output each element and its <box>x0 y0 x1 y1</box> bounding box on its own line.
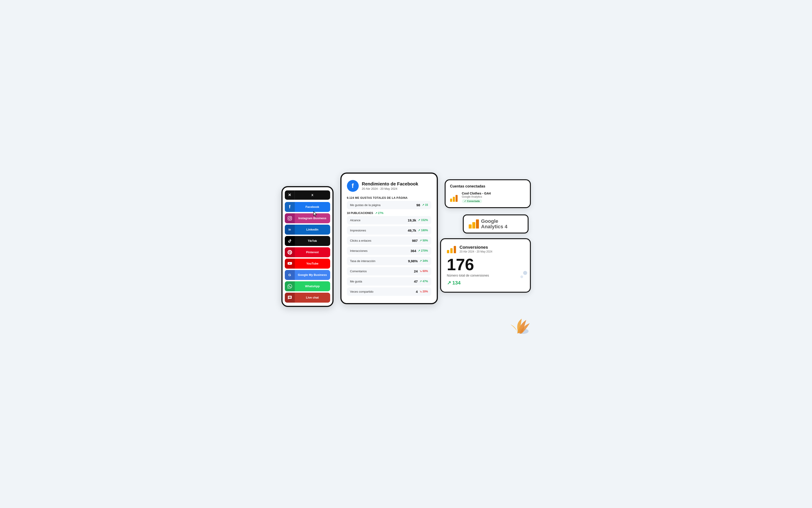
metric-comentarios-change: ↘ 60% <box>419 269 428 273</box>
metric-megusta-label: Me gusta <box>350 280 414 283</box>
connected-accounts-card: Cuentas conectadas Cool Clothes - GA4 Go… <box>445 179 531 208</box>
metric-impresiones-value: 49,7k <box>408 228 416 232</box>
metric-comentarios-value: 24 <box>414 269 418 273</box>
conv-big-number: 176 <box>447 256 524 273</box>
fb-card-header: f Rendimiento de Facebook 20 Abr 2024 - … <box>347 180 431 192</box>
conv-subtitle: Número total de conversiones <box>447 273 524 277</box>
fb-card-title: Rendimiento de Facebook <box>362 181 418 186</box>
metric-compartido-value: 4 <box>416 290 418 294</box>
conv-card-header: Conversiones 20 Abr 2024 - 20 May 2024 <box>447 244 524 254</box>
ga4-logo-text: Google Analytics 4 <box>481 218 508 229</box>
metric-compartido-change: ↘ 20% <box>419 290 428 293</box>
svg-point-2 <box>290 217 291 217</box>
metric-clicks-change: ↗ 50% <box>419 239 428 242</box>
channel-pinterest[interactable]: Pinterest <box>285 247 330 257</box>
publications-change: ↗ 27% <box>375 211 383 215</box>
metric-interacciones-change: ↗ 270% <box>418 249 428 252</box>
whatsapp-label: WhatsApp <box>295 281 330 291</box>
metric-impresiones: Impresiones 49,7k ↗ 180% <box>347 226 431 235</box>
linkedin-label: LinkedIn <box>295 225 330 235</box>
decorative-plant <box>503 306 531 336</box>
fb-logo-icon: f <box>347 180 359 192</box>
page-likes-row: Me gustas de la página 98 ↗ 15 <box>347 201 431 209</box>
x-label: X <box>295 190 330 200</box>
bubble-2 <box>520 276 523 278</box>
gmb-icon: G <box>285 270 295 280</box>
facebook-performance-card: f Rendimiento de Facebook 20 Abr 2024 - … <box>340 172 438 304</box>
metric-alcance-change: ↗ 152% <box>418 218 428 222</box>
metric-megusta-value: 47 <box>414 280 418 283</box>
conv-date: 20 Abr 2024 - 20 May 2024 <box>460 250 492 253</box>
metric-clicks: Clicks a enlaces 987 ↗ 50% <box>347 237 431 245</box>
instagram-label: Instagram Business <box>295 213 330 223</box>
x-icon: ✕ <box>285 190 295 200</box>
channel-gmb[interactable]: G Google My Business <box>285 270 330 280</box>
channel-youtube[interactable]: YouTube <box>285 259 330 269</box>
conv-change: 134 <box>447 280 524 286</box>
metric-alcance-label: Alcance <box>350 218 408 222</box>
livechat-label: Live chat <box>295 293 330 303</box>
connected-accounts-title: Cuentas conectadas <box>450 184 525 188</box>
tiktok-label: TikTok <box>295 236 330 246</box>
phone-nav: ✕ X <box>285 190 330 200</box>
metric-alcance: Alcance 19,3k ↗ 152% <box>347 216 431 224</box>
metric-comentarios: Comentarios 24 ↘ 60% <box>347 267 431 276</box>
metric-tasa-change: ↗ 34% <box>419 259 428 262</box>
metric-compartido-label: Veces compartido <box>350 290 416 293</box>
ga-account-platform: Google Analytics <box>462 195 525 198</box>
channel-linkedin[interactable]: in LinkedIn <box>285 225 330 235</box>
metric-comentarios-label: Comentarios <box>350 269 414 273</box>
page-likes-change: ↗ 15 <box>422 203 428 207</box>
gmb-label: Google My Business <box>295 270 330 280</box>
ga4-analytics-text: Analytics 4 <box>481 224 508 229</box>
metric-alcance-value: 19,3k <box>408 218 416 222</box>
livechat-icon <box>285 293 295 303</box>
bubble-1 <box>523 271 527 275</box>
whatsapp-icon <box>285 281 295 291</box>
channel-whatsapp[interactable]: WhatsApp <box>285 281 330 291</box>
fb-card-title-group: Rendimiento de Facebook 20 Abr 2024 - 20… <box>362 181 418 190</box>
metric-clicks-label: Clicks a enlaces <box>350 239 412 242</box>
conversions-card: Conversiones 20 Abr 2024 - 20 May 2024 1… <box>440 238 531 293</box>
channel-facebook[interactable]: f Facebook <box>285 202 330 212</box>
metric-interacciones-label: Interacciones <box>350 249 411 253</box>
conv-title: Conversiones <box>460 245 492 250</box>
channel-instagram[interactable]: Instagram Business <box>285 213 330 223</box>
ga-account-name: Cool Clothes - GA4 <box>462 192 525 195</box>
facebook-icon: f <box>285 202 295 212</box>
phone-widget: ✕ X f Facebook Instagram Business in Lin… <box>281 186 333 307</box>
scene: ✕ X f Facebook Instagram Business in Lin… <box>281 172 531 336</box>
youtube-label: YouTube <box>295 259 330 269</box>
svg-rect-0 <box>288 216 292 220</box>
publications-header: 18 PUBLICACIONES ↗ 27% <box>347 211 431 215</box>
connected-badge: Conectada <box>462 199 482 203</box>
page-likes-label: Me gustas de la página <box>350 203 416 207</box>
ga4-google-text: Google <box>481 218 498 224</box>
channel-list: f Facebook Instagram Business in LinkedI… <box>285 202 330 303</box>
metric-interacciones-value: 364 <box>410 249 416 253</box>
conv-title-group: Conversiones 20 Abr 2024 - 20 May 2024 <box>460 245 492 253</box>
page-likes-value: 98 <box>416 203 420 207</box>
ga4-logo-bars <box>469 219 479 228</box>
publications-count: 18 PUBLICACIONES <box>347 211 373 215</box>
metric-clicks-value: 987 <box>412 239 418 243</box>
metric-impresiones-label: Impresiones <box>350 229 408 232</box>
svg-point-1 <box>289 217 290 219</box>
conv-icon-bars <box>447 244 457 254</box>
ga-account-row: Cool Clothes - GA4 Google Analytics Cone… <box>450 192 525 203</box>
channel-livechat[interactable]: Live chat <box>285 293 330 303</box>
tiktok-icon <box>285 236 295 246</box>
metric-interacciones: Interacciones 364 ↗ 270% <box>347 247 431 255</box>
metric-megusta: Me gusta 47 ↗ 47% <box>347 277 431 286</box>
linkedin-icon: in <box>285 225 295 235</box>
metric-tasa: Tasa de interacción 9,98% ↗ 34% <box>347 257 431 265</box>
pinterest-icon <box>285 247 295 257</box>
pinterest-label: Pinterest <box>295 247 330 257</box>
youtube-icon <box>285 259 295 269</box>
metric-megusta-change: ↗ 47% <box>419 280 428 283</box>
metrics-list: Alcance 19,3k ↗ 152% Impresiones 49,7k ↗… <box>347 216 431 296</box>
fb-card-date: 20 Abr 2024 - 20 May 2024 <box>362 187 418 190</box>
ga4-logo-card: Google Analytics 4 <box>463 214 529 234</box>
channel-tiktok[interactable]: TikTok <box>285 236 330 246</box>
total-likes-header: 9.124 ME GUSTAS TOTALES DE LA PÁGINA <box>347 196 431 200</box>
